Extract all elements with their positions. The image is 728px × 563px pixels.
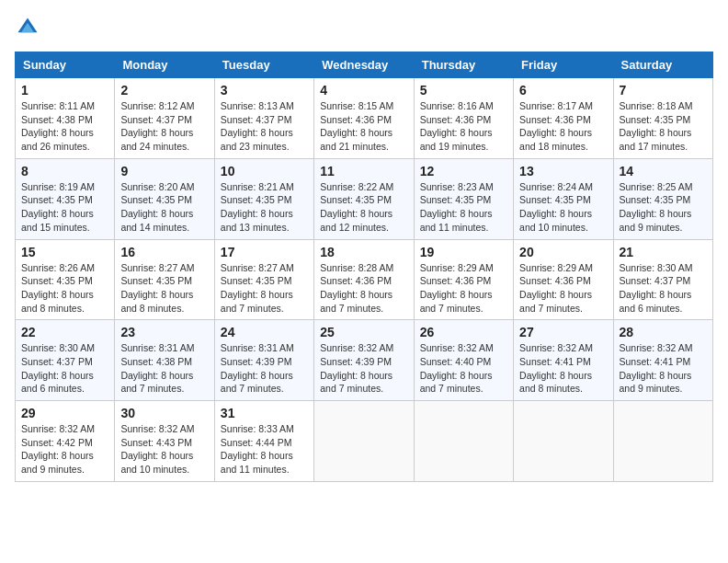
day-number: 3 bbox=[221, 83, 308, 98]
day-number: 7 bbox=[620, 83, 707, 98]
calendar-cell: 23 Sunrise: 8:31 AMSunset: 4:38 PMDaylig… bbox=[115, 320, 214, 401]
day-number: 29 bbox=[21, 406, 108, 420]
day-info: Sunrise: 8:32 AMSunset: 4:40 PMDaylight:… bbox=[420, 342, 494, 394]
calendar-cell: 11 Sunrise: 8:22 AMSunset: 4:35 PMDaylig… bbox=[314, 158, 414, 239]
calendar-day-header: Wednesday bbox=[314, 52, 414, 78]
day-number: 1 bbox=[21, 83, 108, 98]
calendar-week-row: 29 Sunrise: 8:32 AMSunset: 4:42 PMDaylig… bbox=[16, 401, 713, 482]
calendar-cell: 3 Sunrise: 8:13 AMSunset: 4:37 PMDayligh… bbox=[214, 78, 313, 159]
calendar-day-header: Monday bbox=[115, 52, 214, 78]
calendar-cell bbox=[514, 401, 613, 482]
calendar-cell bbox=[613, 401, 712, 482]
calendar-cell: 16 Sunrise: 8:27 AMSunset: 4:35 PMDaylig… bbox=[115, 239, 214, 320]
day-number: 2 bbox=[120, 83, 208, 98]
day-number: 11 bbox=[320, 164, 407, 178]
page-header bbox=[15, 15, 713, 40]
day-number: 10 bbox=[221, 164, 308, 178]
day-number: 4 bbox=[320, 83, 407, 98]
calendar-cell: 15 Sunrise: 8:26 AMSunset: 4:35 PMDaylig… bbox=[16, 239, 115, 320]
calendar-header-row: SundayMondayTuesdayWednesdayThursdayFrid… bbox=[16, 52, 713, 78]
calendar-week-row: 1 Sunrise: 8:11 AMSunset: 4:38 PMDayligh… bbox=[16, 78, 713, 159]
calendar-cell: 14 Sunrise: 8:25 AMSunset: 4:35 PMDaylig… bbox=[613, 158, 712, 239]
calendar-cell: 6 Sunrise: 8:17 AMSunset: 4:36 PMDayligh… bbox=[514, 78, 613, 159]
day-info: Sunrise: 8:13 AMSunset: 4:37 PMDaylight:… bbox=[221, 100, 294, 152]
calendar-cell: 1 Sunrise: 8:11 AMSunset: 4:38 PMDayligh… bbox=[16, 78, 115, 159]
day-info: Sunrise: 8:30 AMSunset: 4:37 PMDaylight:… bbox=[620, 262, 693, 314]
day-info: Sunrise: 8:22 AMSunset: 4:35 PMDaylight:… bbox=[320, 181, 393, 233]
calendar-cell: 20 Sunrise: 8:29 AMSunset: 4:36 PMDaylig… bbox=[514, 239, 613, 320]
day-info: Sunrise: 8:29 AMSunset: 4:36 PMDaylight:… bbox=[519, 262, 593, 314]
day-info: Sunrise: 8:19 AMSunset: 4:35 PMDaylight:… bbox=[21, 181, 95, 233]
day-number: 19 bbox=[420, 245, 507, 259]
day-info: Sunrise: 8:27 AMSunset: 4:35 PMDaylight:… bbox=[120, 262, 194, 314]
calendar-cell: 4 Sunrise: 8:15 AMSunset: 4:36 PMDayligh… bbox=[314, 78, 414, 159]
day-number: 15 bbox=[21, 245, 108, 259]
calendar-cell: 18 Sunrise: 8:28 AMSunset: 4:36 PMDaylig… bbox=[314, 239, 414, 320]
calendar-cell: 13 Sunrise: 8:24 AMSunset: 4:35 PMDaylig… bbox=[514, 158, 613, 239]
calendar-cell: 31 Sunrise: 8:33 AMSunset: 4:44 PMDaylig… bbox=[214, 401, 313, 482]
day-info: Sunrise: 8:21 AMSunset: 4:35 PMDaylight:… bbox=[221, 181, 294, 233]
day-number: 21 bbox=[620, 245, 707, 259]
day-number: 9 bbox=[120, 164, 208, 178]
day-info: Sunrise: 8:24 AMSunset: 4:35 PMDaylight:… bbox=[519, 181, 593, 233]
calendar-body: 1 Sunrise: 8:11 AMSunset: 4:38 PMDayligh… bbox=[16, 78, 713, 482]
day-number: 20 bbox=[519, 245, 607, 259]
day-info: Sunrise: 8:29 AMSunset: 4:36 PMDaylight:… bbox=[420, 262, 494, 314]
day-number: 18 bbox=[320, 245, 407, 259]
day-info: Sunrise: 8:32 AMSunset: 4:41 PMDaylight:… bbox=[620, 342, 693, 394]
day-info: Sunrise: 8:33 AMSunset: 4:44 PMDaylight:… bbox=[221, 423, 294, 475]
day-info: Sunrise: 8:32 AMSunset: 4:43 PMDaylight:… bbox=[120, 423, 194, 475]
calendar-day-header: Tuesday bbox=[214, 52, 313, 78]
day-number: 23 bbox=[120, 325, 208, 339]
day-info: Sunrise: 8:18 AMSunset: 4:35 PMDaylight:… bbox=[620, 100, 693, 152]
calendar-cell bbox=[414, 401, 513, 482]
calendar-cell: 19 Sunrise: 8:29 AMSunset: 4:36 PMDaylig… bbox=[414, 239, 513, 320]
day-number: 31 bbox=[221, 406, 308, 420]
calendar-cell: 2 Sunrise: 8:12 AMSunset: 4:37 PMDayligh… bbox=[115, 78, 214, 159]
day-info: Sunrise: 8:31 AMSunset: 4:38 PMDaylight:… bbox=[120, 342, 194, 394]
day-number: 27 bbox=[519, 325, 607, 339]
day-number: 25 bbox=[320, 325, 407, 339]
day-info: Sunrise: 8:12 AMSunset: 4:37 PMDaylight:… bbox=[120, 100, 194, 152]
day-number: 17 bbox=[221, 245, 308, 259]
day-number: 12 bbox=[420, 164, 507, 178]
calendar-cell: 27 Sunrise: 8:32 AMSunset: 4:41 PMDaylig… bbox=[514, 320, 613, 401]
calendar-cell: 9 Sunrise: 8:20 AMSunset: 4:35 PMDayligh… bbox=[115, 158, 214, 239]
calendar-day-header: Thursday bbox=[414, 52, 513, 78]
day-info: Sunrise: 8:32 AMSunset: 4:39 PMDaylight:… bbox=[320, 342, 393, 394]
logo bbox=[15, 15, 44, 40]
day-info: Sunrise: 8:16 AMSunset: 4:36 PMDaylight:… bbox=[420, 100, 494, 152]
day-number: 30 bbox=[120, 406, 208, 420]
logo-icon bbox=[15, 15, 40, 40]
calendar-cell: 5 Sunrise: 8:16 AMSunset: 4:36 PMDayligh… bbox=[414, 78, 513, 159]
day-number: 6 bbox=[519, 83, 607, 98]
day-number: 24 bbox=[221, 325, 308, 339]
calendar-cell: 12 Sunrise: 8:23 AMSunset: 4:35 PMDaylig… bbox=[414, 158, 513, 239]
day-info: Sunrise: 8:15 AMSunset: 4:36 PMDaylight:… bbox=[320, 100, 393, 152]
day-number: 8 bbox=[21, 164, 108, 178]
day-info: Sunrise: 8:23 AMSunset: 4:35 PMDaylight:… bbox=[420, 181, 494, 233]
day-number: 14 bbox=[620, 164, 707, 178]
day-info: Sunrise: 8:26 AMSunset: 4:35 PMDaylight:… bbox=[21, 262, 95, 314]
calendar-cell: 24 Sunrise: 8:31 AMSunset: 4:39 PMDaylig… bbox=[214, 320, 313, 401]
calendar-cell: 21 Sunrise: 8:30 AMSunset: 4:37 PMDaylig… bbox=[613, 239, 712, 320]
day-info: Sunrise: 8:27 AMSunset: 4:35 PMDaylight:… bbox=[221, 262, 294, 314]
calendar-week-row: 8 Sunrise: 8:19 AMSunset: 4:35 PMDayligh… bbox=[16, 158, 713, 239]
day-info: Sunrise: 8:31 AMSunset: 4:39 PMDaylight:… bbox=[221, 342, 294, 394]
calendar-cell: 7 Sunrise: 8:18 AMSunset: 4:35 PMDayligh… bbox=[613, 78, 712, 159]
calendar-cell: 26 Sunrise: 8:32 AMSunset: 4:40 PMDaylig… bbox=[414, 320, 513, 401]
calendar-cell: 25 Sunrise: 8:32 AMSunset: 4:39 PMDaylig… bbox=[314, 320, 414, 401]
calendar-week-row: 22 Sunrise: 8:30 AMSunset: 4:37 PMDaylig… bbox=[16, 320, 713, 401]
calendar-cell: 29 Sunrise: 8:32 AMSunset: 4:42 PMDaylig… bbox=[16, 401, 115, 482]
day-number: 26 bbox=[420, 325, 507, 339]
calendar-day-header: Friday bbox=[514, 52, 613, 78]
day-number: 16 bbox=[120, 245, 208, 259]
calendar-day-header: Sunday bbox=[16, 52, 115, 78]
calendar-week-row: 15 Sunrise: 8:26 AMSunset: 4:35 PMDaylig… bbox=[16, 239, 713, 320]
calendar-cell: 22 Sunrise: 8:30 AMSunset: 4:37 PMDaylig… bbox=[16, 320, 115, 401]
calendar-cell: 17 Sunrise: 8:27 AMSunset: 4:35 PMDaylig… bbox=[214, 239, 313, 320]
day-info: Sunrise: 8:32 AMSunset: 4:41 PMDaylight:… bbox=[519, 342, 593, 394]
calendar-cell: 28 Sunrise: 8:32 AMSunset: 4:41 PMDaylig… bbox=[613, 320, 712, 401]
calendar-cell bbox=[314, 401, 414, 482]
calendar-cell: 8 Sunrise: 8:19 AMSunset: 4:35 PMDayligh… bbox=[16, 158, 115, 239]
